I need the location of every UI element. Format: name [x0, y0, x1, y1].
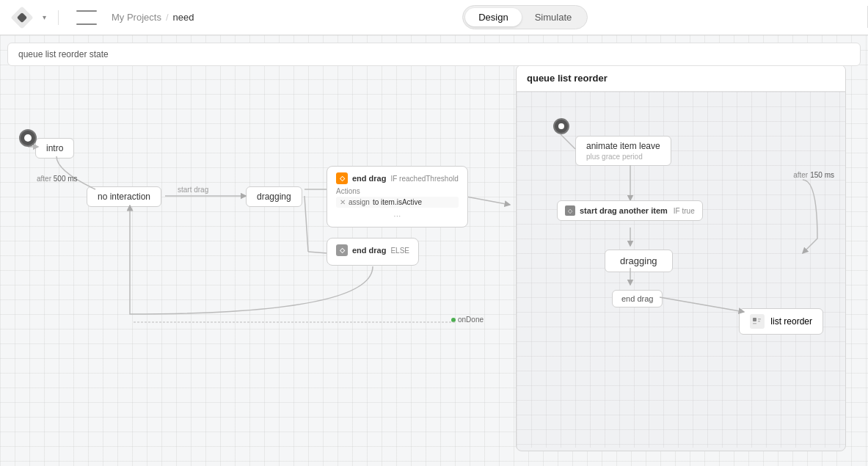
rp-event-header: ◇ start drag another item IF true [565, 205, 695, 216]
header-center: Design Simulate [203, 5, 847, 29]
rp-start-dot[interactable] [553, 118, 569, 134]
header: ▾ My Projects / need Design Simulate [0, 0, 868, 35]
rp-event-icon: ◇ [565, 205, 575, 216]
start-dot[interactable] [19, 129, 37, 147]
canvas-area: queue list reorder state [0, 35, 868, 466]
node-no-interaction[interactable]: no interaction [87, 186, 161, 207]
mode-simulate-button[interactable]: Simulate [522, 8, 586, 26]
svg-rect-13 [758, 318, 761, 320]
logo-inner [17, 12, 27, 22]
rp-start-dot-inner [558, 123, 564, 129]
mode-toggle: Design Simulate [462, 5, 588, 29]
event-card-2[interactable]: ◇ end drag ELSE [327, 238, 419, 266]
mode-design-button[interactable]: Design [465, 8, 521, 26]
sidebar-toggle[interactable] [76, 10, 97, 25]
breadcrumb-parent[interactable]: My Projects [112, 12, 161, 23]
logo-diamond [10, 6, 33, 29]
rp-animate-label: animate item leave [586, 141, 660, 151]
main-canvas[interactable]: queue list reorder state [0, 35, 868, 466]
right-panel-header: queue list reorder [517, 65, 845, 92]
svg-rect-14 [758, 321, 760, 322]
list-icon-svg [752, 316, 762, 327]
on-done-dot [451, 318, 456, 322]
rp-dragging[interactable]: dragging [605, 250, 673, 272]
event-name-1: end drag [352, 174, 386, 183]
breadcrumb: My Projects / need [112, 12, 194, 23]
rp-animate-subtitle: plus grace period [586, 153, 660, 161]
svg-rect-12 [753, 318, 756, 321]
rp-list-reorder-label: list reorder [770, 316, 812, 327]
rp-list-reorder[interactable]: list reorder [739, 308, 823, 335]
rp-connections [517, 92, 845, 448]
event-name-2: end drag [352, 246, 386, 255]
rp-event-name: start drag another item [580, 206, 668, 215]
node-intro[interactable]: intro [35, 138, 74, 159]
event-card-2-header: ◇ end drag ELSE [336, 244, 409, 256]
rp-node-animate[interactable]: animate item leave plus grace period [575, 136, 671, 166]
event-icon-1: ◇ [336, 172, 348, 184]
svg-line-11 [660, 297, 744, 312]
ellipsis: ··· [336, 211, 459, 221]
event-icon-2: ◇ [336, 244, 348, 256]
rp-event-start-drag[interactable]: ◇ start drag another item IF true [557, 200, 703, 221]
right-panel-title: queue list reorder [527, 73, 608, 84]
state-label-bar: queue list reorder state [7, 43, 861, 66]
start-drag-label: start drag [178, 186, 208, 194]
event-card-1[interactable]: ◇ end drag IF reachedThreshold Actions ✕… [327, 166, 468, 227]
on-done-badge: onDone [451, 316, 484, 324]
right-panel: queue list reorder [516, 65, 846, 451]
svg-rect-15 [753, 323, 756, 324]
logo-chevron[interactable]: ▾ [43, 13, 46, 21]
right-panel-canvas[interactable]: animate item leave plus grace period ◇ s… [517, 92, 845, 448]
event-condition-2: ELSE [390, 247, 409, 255]
event-card-1-header: ◇ end drag IF reachedThreshold [336, 172, 459, 184]
node-dragging[interactable]: dragging [246, 186, 302, 207]
actions-label: Actions [336, 187, 459, 195]
action-item-1: ✕ assign to item.isActive [336, 197, 459, 208]
rp-end-drag[interactable]: end drag [612, 290, 663, 307]
state-label-text: queue list reorder state [18, 49, 109, 59]
svg-line-4 [304, 196, 308, 252]
event-condition-1: IF reachedThreshold [390, 175, 458, 183]
rp-event-condition: IF true [674, 207, 695, 215]
breadcrumb-current: need [173, 12, 194, 23]
svg-line-7 [561, 134, 575, 149]
rp-list-icon [750, 314, 765, 329]
breadcrumb-separator: / [166, 12, 169, 23]
after-label: after 500 ms [37, 175, 78, 183]
start-dot-inner [24, 134, 32, 142]
logo[interactable] [12, 7, 32, 28]
rp-after-timing: after 150 ms [793, 171, 834, 179]
